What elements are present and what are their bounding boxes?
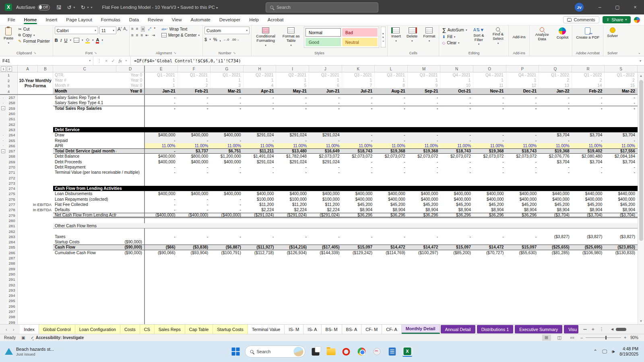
row-number[interactable]: 266 bbox=[6, 143, 18, 148]
sheet-tab-is-m[interactable]: IS- M bbox=[285, 325, 303, 334]
addins-button[interactable]: Add-ins bbox=[510, 27, 527, 40]
cell[interactable] bbox=[178, 111, 211, 116]
cell[interactable]: - bbox=[145, 202, 178, 207]
cell[interactable] bbox=[440, 121, 473, 127]
cell[interactable]: ($66) bbox=[145, 245, 178, 250]
cell[interactable] bbox=[572, 121, 605, 127]
row-number[interactable]: 288 bbox=[6, 261, 18, 266]
align-right-icon[interactable]: ≡ bbox=[141, 33, 143, 37]
cell[interactable] bbox=[116, 95, 145, 100]
cell[interactable]: - bbox=[342, 170, 375, 175]
cell[interactable] bbox=[342, 309, 375, 314]
cell[interactable]: $400,000 bbox=[539, 197, 572, 202]
cell[interactable] bbox=[572, 181, 605, 186]
cell[interactable]: - bbox=[473, 234, 506, 239]
cell[interactable] bbox=[18, 239, 53, 245]
cell[interactable] bbox=[408, 181, 441, 186]
cell[interactable] bbox=[473, 255, 506, 261]
cell[interactable] bbox=[408, 288, 441, 293]
cell[interactable] bbox=[605, 277, 638, 282]
cell[interactable] bbox=[539, 298, 572, 303]
cell[interactable]: $36,296 bbox=[440, 213, 473, 218]
cell[interactable]: $45,200 bbox=[539, 202, 572, 207]
cell[interactable]: Aug-21 bbox=[375, 88, 408, 94]
cell[interactable] bbox=[211, 309, 244, 314]
cell[interactable]: Q2 - 2021 bbox=[244, 72, 277, 78]
cell[interactable] bbox=[605, 309, 638, 314]
cell[interactable]: - bbox=[440, 106, 473, 111]
cell[interactable]: - bbox=[178, 100, 211, 105]
cell[interactable] bbox=[116, 314, 145, 319]
cell[interactable] bbox=[18, 132, 53, 138]
cell[interactable] bbox=[116, 255, 145, 261]
cell[interactable]: $16,649 bbox=[309, 148, 342, 154]
cell[interactable] bbox=[539, 314, 572, 319]
cell[interactable] bbox=[309, 272, 342, 277]
cell[interactable] bbox=[342, 304, 375, 309]
cell[interactable] bbox=[342, 181, 375, 186]
menu-tab-formulas[interactable]: Formulas bbox=[97, 16, 124, 24]
cell[interactable] bbox=[244, 314, 277, 319]
cell[interactable] bbox=[276, 293, 309, 298]
cell[interactable]: - bbox=[178, 95, 211, 100]
cell[interactable] bbox=[375, 111, 408, 116]
cell[interactable] bbox=[539, 116, 572, 121]
cell[interactable]: ($126,934) bbox=[276, 250, 309, 255]
cell[interactable]: $8,904 bbox=[572, 207, 605, 212]
cell[interactable] bbox=[539, 255, 572, 261]
cell[interactable]: - bbox=[276, 170, 309, 175]
cell[interactable]: - bbox=[375, 100, 408, 105]
cell[interactable] bbox=[276, 309, 309, 314]
cell[interactable] bbox=[440, 314, 473, 319]
cell[interactable]: - bbox=[375, 170, 408, 175]
cell[interactable] bbox=[276, 228, 309, 234]
cell[interactable] bbox=[18, 213, 53, 218]
cell[interactable] bbox=[375, 255, 408, 261]
cell[interactable]: Apr-21 bbox=[244, 88, 277, 94]
cell[interactable] bbox=[572, 298, 605, 303]
cell[interactable]: $1,491,024 bbox=[244, 154, 277, 159]
cell[interactable] bbox=[408, 175, 441, 180]
cell[interactable] bbox=[408, 116, 441, 121]
cell[interactable]: 15 bbox=[605, 83, 638, 88]
cell[interactable] bbox=[18, 282, 53, 287]
cell[interactable] bbox=[18, 250, 53, 255]
cell[interactable] bbox=[116, 234, 145, 239]
cell[interactable] bbox=[572, 266, 605, 272]
cell[interactable] bbox=[440, 298, 473, 303]
cell[interactable]: - bbox=[408, 95, 441, 100]
cell[interactable]: - bbox=[539, 170, 572, 175]
cell[interactable] bbox=[342, 293, 375, 298]
cell[interactable]: ($25,695) bbox=[572, 245, 605, 250]
cell[interactable] bbox=[145, 282, 178, 287]
copy-button[interactable]: ⧉Copy▾ bbox=[17, 33, 51, 38]
column-header-A[interactable]: A bbox=[18, 66, 38, 72]
section-header-cell[interactable]: Cash Flow from Lending Activities bbox=[53, 186, 638, 191]
row-number[interactable]: 269 bbox=[6, 159, 18, 165]
comma-style-icon[interactable]: , bbox=[219, 37, 221, 42]
row-number[interactable]: 294 bbox=[6, 293, 18, 298]
cell[interactable]: 7 bbox=[342, 83, 375, 88]
cell[interactable] bbox=[116, 170, 145, 175]
row-label-cell[interactable]: Cumulative Cash Flow bbox=[53, 250, 116, 255]
cell[interactable]: $11,200 bbox=[244, 202, 277, 207]
cell[interactable]: $8,904 bbox=[342, 207, 375, 212]
cell[interactable]: $400,000 bbox=[244, 191, 277, 196]
cell[interactable]: $15,097 bbox=[440, 245, 473, 250]
cell[interactable]: $36,296 bbox=[375, 213, 408, 218]
cell[interactable]: $440,000 bbox=[572, 191, 605, 196]
cell[interactable] bbox=[178, 304, 211, 309]
cell[interactable]: $2,073,072 bbox=[375, 154, 408, 159]
borders-icon[interactable] bbox=[74, 38, 79, 43]
cell[interactable] bbox=[506, 116, 539, 121]
cell[interactable]: ($14,216) bbox=[276, 245, 309, 250]
cell[interactable] bbox=[276, 277, 309, 282]
cell[interactable] bbox=[116, 272, 145, 277]
cell[interactable]: 13 bbox=[539, 83, 572, 88]
cell[interactable]: - bbox=[506, 234, 539, 239]
italic-button[interactable]: I bbox=[60, 38, 62, 43]
cell[interactable]: - bbox=[178, 170, 211, 175]
row-label-cell[interactable]: Total Sales Rep Salaries bbox=[53, 106, 116, 111]
cell[interactable] bbox=[375, 239, 408, 245]
cell[interactable]: $3,704 bbox=[539, 132, 572, 138]
